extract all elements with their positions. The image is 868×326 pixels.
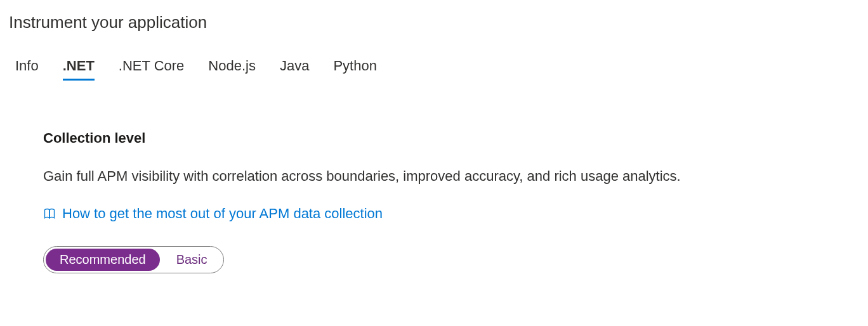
collection-level-toggle: Recommended Basic [43, 246, 224, 273]
page-title: Instrument your application [9, 13, 859, 32]
tab-info[interactable]: Info [15, 58, 39, 79]
toggle-basic[interactable]: Basic [162, 249, 221, 271]
collection-level-description: Gain full APM visibility with correlatio… [43, 167, 859, 186]
tab-dotnet[interactable]: .NET [63, 58, 95, 79]
content-area: Collection level Gain full APM visibilit… [9, 130, 859, 273]
tab-nodejs[interactable]: Node.js [208, 58, 256, 79]
tabs-container: Info .NET .NET Core Node.js Java Python [9, 58, 859, 79]
toggle-recommended[interactable]: Recommended [46, 249, 160, 271]
help-link[interactable]: How to get the most out of your APM data… [62, 205, 383, 222]
help-link-row: How to get the most out of your APM data… [43, 205, 859, 222]
collection-level-heading: Collection level [43, 130, 859, 147]
tab-java[interactable]: Java [280, 58, 309, 79]
tab-python[interactable]: Python [333, 58, 377, 79]
book-icon [43, 207, 56, 220]
tab-dotnet-core[interactable]: .NET Core [119, 58, 185, 79]
